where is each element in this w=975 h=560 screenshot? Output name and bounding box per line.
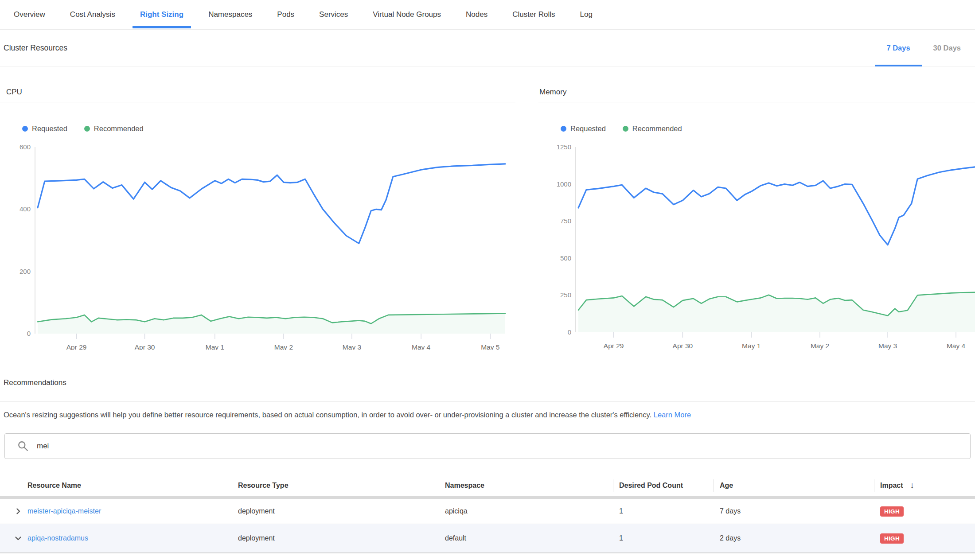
- cell-namespace: default: [439, 534, 613, 542]
- learn-more-link[interactable]: Learn More: [654, 411, 691, 419]
- page-title: Cluster Resources: [4, 43, 67, 53]
- memory-chart: 025050075010001250Apr 29Apr 30May 1May 2…: [538, 142, 975, 350]
- column-header-label: Namespace: [445, 482, 484, 490]
- requested-line: [38, 164, 505, 244]
- x-tick-label: Apr 30: [135, 343, 155, 350]
- column-header-namespace[interactable]: Namespace: [439, 475, 613, 496]
- legend-label: Requested: [570, 124, 606, 133]
- cell-namespace: apiciqa: [439, 507, 613, 515]
- cell-desired-pod-count: 1: [613, 507, 714, 515]
- search-box: [4, 433, 971, 459]
- tab-nodes[interactable]: Nodes: [458, 0, 495, 29]
- cluster-resources-header: Cluster Resources 7 Days30 Days: [0, 30, 975, 66]
- y-tick-label: 1250: [557, 143, 571, 151]
- recommended-legend-dot-icon: [84, 126, 90, 132]
- x-tick-label: May 2: [274, 343, 293, 350]
- column-header-label: Age: [720, 482, 733, 490]
- recommendations-table: Resource NameResource TypeNamespaceDesir…: [0, 475, 975, 553]
- table-row[interactable]: meister-apiciqa-meisterdeploymentapiciqa…: [0, 499, 975, 524]
- time-range-tabs: 7 Days30 Days: [875, 30, 972, 66]
- tab-cost-analysis[interactable]: Cost Analysis: [62, 0, 123, 29]
- column-header-label: Resource Type: [238, 482, 289, 490]
- search-input[interactable]: [36, 441, 970, 451]
- column-header-label: Resource Name: [27, 482, 81, 490]
- resource-name-link[interactable]: apiqa-nostradamus: [27, 534, 232, 542]
- y-tick-label: 0: [27, 330, 31, 337]
- x-tick-label: May 5: [481, 343, 499, 350]
- tab-log[interactable]: Log: [573, 0, 600, 29]
- column-header-impact[interactable]: Impact↓: [874, 475, 975, 496]
- y-tick-label: 0: [568, 328, 571, 336]
- tab-cluster-rolls[interactable]: Cluster Rolls: [505, 0, 562, 29]
- requested-legend-dot-icon: [561, 126, 566, 132]
- column-header-desired-pod-count[interactable]: Desired Pod Count: [613, 475, 714, 496]
- cell-resource-type: deployment: [232, 507, 439, 515]
- impact-badge: HIGH: [880, 533, 904, 544]
- x-tick-label: May 3: [878, 342, 897, 350]
- resource-name-link[interactable]: meister-apiciqa-meister: [27, 507, 232, 515]
- column-header-resource-name[interactable]: Resource Name: [27, 475, 232, 496]
- x-tick-label: Apr 30: [673, 342, 693, 350]
- y-tick-label: 250: [560, 291, 571, 299]
- memory-chart-head: Memory: [538, 88, 975, 102]
- y-tick-label: 400: [20, 205, 31, 213]
- x-tick-label: May 3: [343, 343, 361, 350]
- y-tick-label: 200: [20, 268, 31, 275]
- memory-chart-legend: RequestedRecommended: [561, 124, 975, 133]
- chevron-down-icon[interactable]: [9, 533, 27, 544]
- x-tick-label: May 1: [742, 342, 760, 350]
- cpu-chart-section: CPU RequestedRecommended 0200400600Apr 2…: [0, 88, 515, 350]
- cell-impact: HIGH: [874, 506, 975, 517]
- cell-age: 7 days: [714, 507, 874, 515]
- legend-label: Recommended: [632, 124, 682, 133]
- cell-impact: HIGH: [874, 533, 975, 544]
- y-tick-label: 750: [560, 217, 571, 225]
- recommended-area: [38, 313, 505, 334]
- cpu-chart-title: CPU: [6, 88, 515, 97]
- memory-chart-title: Memory: [539, 88, 975, 97]
- column-header-age[interactable]: Age: [714, 475, 874, 496]
- range-tab-7-days[interactable]: 7 Days: [875, 30, 921, 66]
- tab-overview[interactable]: Overview: [6, 0, 53, 29]
- recommended-legend-dot-icon: [623, 126, 628, 132]
- tab-pods[interactable]: Pods: [269, 0, 302, 29]
- sort-desc-icon[interactable]: ↓: [910, 481, 915, 490]
- x-tick-label: Apr 29: [66, 343, 87, 350]
- impact-badge: HIGH: [880, 506, 904, 517]
- y-tick-label: 1000: [557, 180, 571, 188]
- table-row[interactable]: apiqa-nostradamusdeploymentdefault12 day…: [0, 524, 975, 553]
- legend-item-requested[interactable]: Requested: [561, 124, 606, 133]
- cell-desired-pod-count: 1: [613, 534, 714, 542]
- recommendations-title: Recommendations: [4, 378, 975, 387]
- recommendations-description-text: Ocean's resizing suggestions will help y…: [4, 411, 651, 419]
- y-tick-label: 500: [560, 254, 571, 262]
- legend-item-recommended[interactable]: Recommended: [84, 124, 144, 133]
- x-tick-label: May 4: [947, 342, 966, 350]
- right-sizing-page: OverviewCost AnalysisRight SizingNamespa…: [0, 0, 975, 553]
- legend-label: Requested: [32, 124, 67, 133]
- x-tick-label: Apr 29: [604, 342, 624, 350]
- recommendations-divider: [0, 401, 975, 402]
- tab-right-sizing[interactable]: Right Sizing: [133, 0, 191, 29]
- tab-services[interactable]: Services: [312, 0, 355, 29]
- column-header-resource-type[interactable]: Resource Type: [232, 475, 439, 496]
- range-tab-30-days[interactable]: 30 Days: [922, 30, 972, 66]
- tab-bar: OverviewCost AnalysisRight SizingNamespa…: [0, 0, 975, 30]
- cpu-chart-head: CPU: [0, 88, 515, 102]
- y-tick-label: 600: [20, 143, 31, 151]
- legend-item-recommended[interactable]: Recommended: [623, 124, 682, 133]
- legend-item-requested[interactable]: Requested: [22, 124, 67, 133]
- recommendations-section: Recommendations Ocean's resizing suggest…: [0, 378, 975, 553]
- x-tick-label: May 2: [811, 342, 829, 350]
- tab-virtual-node-groups[interactable]: Virtual Node Groups: [365, 0, 448, 29]
- cell-resource-type: deployment: [232, 534, 439, 542]
- cell-age: 2 days: [714, 534, 874, 542]
- search-icon: [17, 440, 29, 452]
- requested-legend-dot-icon: [22, 126, 28, 132]
- requested-line: [578, 167, 975, 245]
- column-header-label: Impact: [880, 482, 903, 490]
- memory-chart-section: Memory RequestedRecommended 025050075010…: [538, 88, 975, 350]
- chevron-right-icon[interactable]: [9, 506, 27, 517]
- header-expander-spacer: [9, 475, 27, 496]
- tab-namespaces[interactable]: Namespaces: [201, 0, 260, 29]
